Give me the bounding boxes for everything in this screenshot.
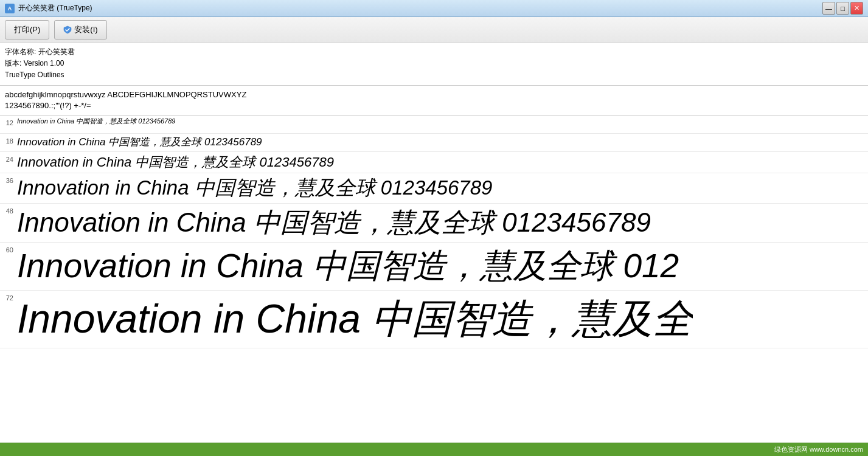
preview-row: 60Innovation in China 中国智造，慧及全球 012 (0, 243, 868, 291)
preview-text: Innovation in China 中国智造，慧及全球 012 (17, 244, 679, 289)
print-button[interactable]: 打印(P) (5, 20, 49, 40)
title-bar-left: A 开心笑笑君 (TrueType) (5, 3, 92, 13)
install-label: 安装(I) (74, 24, 97, 35)
size-label: 12 (0, 117, 17, 126)
preview-row: 18Innovation in China 中国智造，慧及全球 01234567… (0, 134, 868, 152)
size-label: 48 (0, 205, 17, 215)
preview-row: 12Innovation in China 中国智造，慧及全球 01234567… (0, 116, 868, 134)
preview-area: 12Innovation in China 中国智造，慧及全球 01234567… (0, 116, 868, 443)
preview-row: 48Innovation in China 中国智造，慧及全球 01234567… (0, 204, 868, 243)
font-version-line: 版本: Version 1.00 (5, 58, 863, 69)
preview-text: Innovation in China 中国智造，慧及全球 0123456789 (17, 135, 262, 149)
toolbar: 打印(P) 安装(I) (0, 17, 868, 43)
font-type-line: TrueType Outlines (5, 69, 863, 81)
size-label: 24 (0, 153, 17, 163)
size-label: 72 (0, 292, 17, 302)
shield-icon (63, 26, 72, 34)
close-button[interactable]: ✕ (850, 2, 863, 15)
bottom-bar: 绿色资源网 www.downcn.com (0, 443, 868, 456)
alphabet-section: abcdefghijklmnopqrstuvwxyz ABCDEFGHIJKLM… (0, 86, 868, 116)
preview-row: 36Innovation in China 中国智造，慧及全球 01234567… (0, 173, 868, 204)
window-title: 开心笑笑君 (TrueType) (18, 3, 92, 13)
install-button[interactable]: 安装(I) (54, 20, 106, 40)
bottom-text: 绿色资源网 www.downcn.com (774, 445, 863, 454)
title-bar: A 开心笑笑君 (TrueType) — □ ✕ (0, 0, 868, 17)
size-label: 60 (0, 244, 17, 254)
size-label: 18 (0, 135, 17, 145)
content-area: 字体名称: 开心笑笑君 版本: Version 1.00 TrueType Ou… (0, 43, 868, 443)
numbers-line: 1234567890.:;'"(!?) +-*/= (5, 100, 863, 114)
preview-row: 24Innovation in China 中国智造，慧及全球 01234567… (0, 152, 868, 173)
preview-text: Innovation in China 中国智造，慧及全球 0123456789 (17, 174, 492, 202)
size-label: 36 (0, 174, 17, 184)
preview-text: Innovation in China 中国智造，慧及全 (17, 292, 693, 347)
main-container: 打印(P) 安装(I) 字体名称: 开心笑笑君 版本: Version 1.00… (0, 17, 868, 456)
minimize-button[interactable]: — (822, 2, 835, 15)
font-name-line: 字体名称: 开心笑笑君 (5, 46, 863, 58)
preview-text: Innovation in China 中国智造，慧及全球 0123456789 (17, 205, 651, 241)
alphabet-line: abcdefghijklmnopqrstuvwxyz ABCDEFGHIJKLM… (5, 89, 863, 100)
font-info-section: 字体名称: 开心笑笑君 版本: Version 1.00 TrueType Ou… (0, 43, 868, 86)
preview-text: Innovation in China 中国智造，慧及全球 0123456789 (17, 153, 334, 171)
preview-row: 72Innovation in China 中国智造，慧及全 (0, 291, 868, 348)
title-bar-controls: — □ ✕ (822, 2, 863, 15)
preview-text: Innovation in China 中国智造，慧及全球 0123456789 (17, 117, 175, 126)
maximize-button[interactable]: □ (836, 2, 849, 15)
app-icon: A (5, 4, 15, 13)
